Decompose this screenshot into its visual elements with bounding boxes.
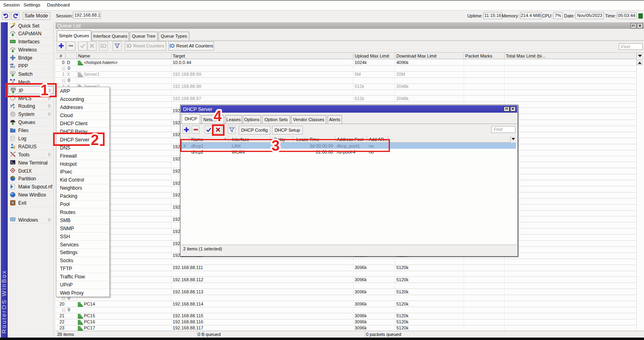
svg-text:4: 4 bbox=[214, 108, 222, 124]
svg-text:1: 1 bbox=[41, 82, 49, 98]
svg-text:3: 3 bbox=[272, 137, 280, 154]
svg-text:2: 2 bbox=[91, 132, 99, 148]
